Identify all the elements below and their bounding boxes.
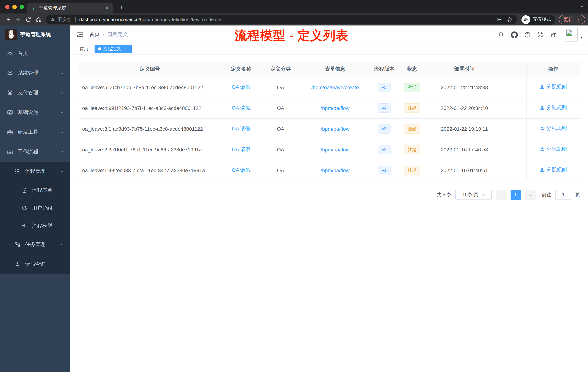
assign-rule-button[interactable]: 分配规则	[540, 84, 567, 90]
sidebar-item-process-form[interactable]: 流程表单	[0, 181, 70, 199]
chevron-down-icon	[60, 71, 64, 75]
spacer-cell	[503, 118, 526, 139]
tag-home[interactable]: 首页	[76, 44, 92, 53]
back-button[interactable]	[3, 15, 13, 24]
definition-category: OA	[262, 139, 300, 160]
table-row: oa_leave:5:004b710b-7b8a-11ec-8ef0-acde4…	[79, 77, 580, 98]
page-unit-label: 页	[575, 191, 580, 198]
avatar-caret-icon[interactable]: ▾	[581, 35, 583, 39]
assign-rule-button[interactable]: 分配规则	[540, 125, 567, 132]
sidebar-item-leave-query[interactable]: 请假查询	[0, 254, 70, 274]
reload-button[interactable]	[23, 15, 33, 24]
chevron-down-icon	[60, 110, 64, 115]
window-minimize-button[interactable]	[12, 5, 17, 9]
chevron-up-icon	[60, 169, 64, 174]
sidebar-item-process-management[interactable]: 流程管理	[0, 162, 70, 181]
assign-rule-button[interactable]: 分配规则	[540, 167, 567, 173]
col-definition-name: 定义名称	[221, 62, 262, 77]
sidebar-item-dev-tools[interactable]: 研发工具	[0, 122, 70, 142]
window-zoom-button[interactable]	[20, 5, 24, 9]
definition-id: oa_leave:3:1fad3d93-7b75-11ec-a3c8-acde4…	[79, 118, 221, 139]
page-size-select[interactable]: 10条/页 ▾	[455, 189, 492, 200]
user-icon	[14, 261, 20, 267]
sidebar-collapse-button[interactable]	[76, 31, 84, 39]
chevron-down-icon	[60, 91, 64, 95]
sidebar-item-infrastructure[interactable]: 基础设施	[0, 103, 70, 122]
github-button[interactable]	[511, 31, 518, 38]
table-header-row: 定义编号 定义名称 定义分类 表单信息 流程版本 状态 部署时间 操作	[79, 62, 580, 77]
col-process-version: 流程版本	[370, 62, 398, 77]
user-solid-icon	[540, 147, 545, 152]
definition-table: 定义编号 定义名称 定义分类 表单信息 流程版本 状态 部署时间 操作	[79, 62, 580, 181]
form-link[interactable]: /bpm/oa/flow	[321, 126, 350, 131]
bookmark-button[interactable]	[506, 16, 513, 22]
window-close-button[interactable]	[5, 5, 10, 9]
address-bar[interactable]: 不安全 dashboard.yudao.iocoder.cn/bpm/manag…	[46, 15, 517, 24]
font-size-button[interactable]	[550, 32, 557, 38]
definition-name-link[interactable]: OA 请假	[232, 167, 251, 173]
form-link[interactable]: /bpm/oa/flow	[321, 146, 350, 152]
status-badge: 激活	[404, 82, 420, 92]
search-button[interactable]	[498, 32, 504, 38]
browser-toolbar: 不安全 dashboard.yudao.iocoder.cn/bpm/manag…	[0, 13, 588, 25]
form-link[interactable]: /bpm/oa/leave/create	[311, 84, 359, 90]
breadcrumb-separator: /	[103, 32, 104, 37]
definition-category: OA	[262, 77, 300, 98]
definition-name-link[interactable]: OA 请假	[232, 105, 251, 110]
form-link[interactable]: /bpm/oa/flow	[321, 105, 350, 111]
definition-category: OA	[262, 118, 300, 139]
dashboard-icon	[7, 50, 13, 57]
security-chip[interactable]: 不安全	[50, 16, 72, 23]
table-row: oa_leave:1:482ec033-762a-11ec-8477-a2380…	[79, 160, 580, 181]
definition-id: oa_leave:4:991f2193-7b7f-11ec-a3c8-acde4…	[79, 98, 221, 118]
tab-close-icon[interactable]: ×	[104, 5, 110, 11]
help-button[interactable]	[524, 32, 531, 38]
goto-page-input[interactable]	[555, 189, 571, 200]
password-key-button[interactable]	[496, 16, 502, 22]
tag-process-definition[interactable]: 流程定义 ×	[94, 44, 132, 53]
site-favicon	[31, 5, 36, 11]
chevron-up-icon	[60, 150, 64, 154]
sidebar-item-payment[interactable]: 支付管理	[0, 83, 70, 103]
browser-tab[interactable]: 芋道管理系统 ×	[27, 2, 114, 13]
sidebar-item-system[interactable]: 系统管理	[0, 63, 70, 83]
document-edit-icon	[21, 187, 27, 193]
home-button[interactable]	[33, 15, 44, 24]
sidebar-item-process-model[interactable]: 流程模型	[0, 217, 70, 235]
sidebar-item-workflow[interactable]: 工作流程	[0, 142, 70, 162]
definition-name-link[interactable]: OA 请假	[232, 146, 251, 152]
question-icon	[524, 32, 531, 38]
version-badge: v5	[378, 82, 390, 92]
assign-rule-button[interactable]: 分配规则	[540, 104, 567, 111]
definition-name-link[interactable]: OA 请假	[232, 125, 251, 131]
chevron-down-icon	[60, 130, 64, 134]
next-icon: ›	[529, 191, 531, 198]
sidebar-item-user-group[interactable]: 用户分组	[0, 199, 70, 217]
sidebar-item-task-management[interactable]: 任务管理	[0, 235, 70, 254]
incognito-label: 无痕模式	[533, 16, 551, 22]
update-button[interactable]: 更新 ⋮	[559, 15, 585, 24]
definition-name-link[interactable]: OA 请假	[232, 84, 251, 90]
current-page-button[interactable]: 1	[511, 189, 521, 200]
reload-icon	[25, 17, 31, 22]
sidebar-item-home[interactable]: 首页	[0, 44, 70, 63]
version-badge: v2	[378, 145, 390, 154]
prev-page-button[interactable]: ‹	[496, 189, 506, 200]
paper-plane-icon	[21, 223, 27, 229]
assign-rule-button[interactable]: 分配规则	[540, 146, 567, 153]
new-tab-button[interactable]: +	[117, 4, 126, 12]
breadcrumb-home[interactable]: 首页	[89, 31, 100, 38]
browser-menu-icon[interactable]: ⋮	[576, 17, 581, 22]
tag-close-icon[interactable]: ×	[123, 47, 128, 51]
col-form-info: 表单信息	[300, 62, 370, 77]
col-deploy-time: 部署时间	[426, 62, 503, 77]
tab-search-caret-icon[interactable]: ▾	[581, 4, 583, 9]
fullscreen-icon	[537, 32, 543, 38]
user-avatar[interactable]	[564, 28, 578, 42]
form-link[interactable]: /bpm/oa/flow	[321, 167, 350, 173]
fullscreen-button[interactable]	[537, 32, 543, 38]
forward-button[interactable]	[13, 15, 23, 24]
url-text[interactable]: dashboard.yudao.iocoder.cn/bpm/manager/d…	[79, 17, 492, 22]
table-row: oa_leave:3:1fad3d93-7b75-11ec-a3c8-acde4…	[79, 118, 580, 139]
next-page-button[interactable]: ›	[525, 189, 536, 200]
